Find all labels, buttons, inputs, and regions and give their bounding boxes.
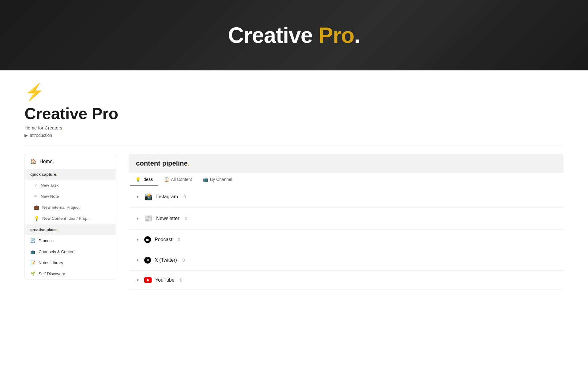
podcast-chevron-icon: ▼ xyxy=(136,238,139,242)
briefcase-icon: 💼 xyxy=(34,205,39,210)
tab-ideas[interactable]: 💡 Ideas xyxy=(130,173,158,186)
content-panel: content pipeline. 💡 Ideas 📋 All Content … xyxy=(129,154,564,290)
newsletter-count: 0 xyxy=(185,216,187,221)
quick-capture-label: quick capture xyxy=(30,172,56,177)
channels-icon: 📺 xyxy=(30,249,36,254)
newsletter-chevron-icon: ▼ xyxy=(136,217,139,220)
channel-row-x-twitter[interactable]: ▼ ✕ X (Twitter) 0 xyxy=(129,250,564,271)
page-body: ⚡ Creative Pro Home for Creators. ▶ Intr… xyxy=(0,70,588,308)
creative-place-header: creative place. xyxy=(25,224,116,235)
banner-title-part1: Creative xyxy=(228,23,318,47)
self-discovery-label: Self Discovery xyxy=(39,272,65,276)
process-icon: 🔄 xyxy=(30,238,36,243)
x-twitter-name: X (Twitter) xyxy=(155,257,177,263)
x-chevron-icon: ▼ xyxy=(136,258,139,262)
ideas-tab-label: Ideas xyxy=(142,177,153,182)
banner-title-part2: Pro xyxy=(318,23,354,47)
sidebar-item-notes-library[interactable]: 📝 Notes Library xyxy=(25,257,116,268)
new-task-label: New Task xyxy=(41,183,58,188)
all-content-tab-icon: 📋 xyxy=(164,177,169,182)
sidebar-item-new-internal-project[interactable]: 💼 New Internal Project xyxy=(25,202,116,213)
pencil-icon: ✏ xyxy=(34,194,38,199)
podcast-icon: ⏺ xyxy=(144,236,151,243)
tabs-bar: 💡 Ideas 📋 All Content 📺 By Channel xyxy=(129,173,564,186)
sidebar-item-process[interactable]: 🔄 Process xyxy=(25,235,116,246)
sidebar-home-item[interactable]: 🏠 Home. xyxy=(25,154,116,169)
sidebar-item-self-discovery[interactable]: 🌱 Self Discovery xyxy=(25,268,116,279)
by-channel-tab-icon: 📺 xyxy=(203,177,208,182)
divider xyxy=(24,145,564,145)
bulb-icon: 💡 xyxy=(34,216,39,221)
intro-toggle[interactable]: ▶ Introduction xyxy=(24,133,564,138)
content-pipeline-header: content pipeline. xyxy=(129,154,564,173)
home-icon: 🏠 xyxy=(30,159,36,164)
channel-row-instagram[interactable]: ▼ 📸 Instagram 0 xyxy=(129,186,564,208)
sidebar-item-new-content-idea[interactable]: 💡 New Content Idea / Proj... xyxy=(25,213,116,224)
channels-label: Channels & Content xyxy=(39,249,76,254)
x-twitter-count: 0 xyxy=(183,258,185,263)
instagram-name: Instagram xyxy=(156,194,178,200)
ideas-tab-icon: 💡 xyxy=(135,177,141,182)
new-note-label: New Note xyxy=(41,194,59,199)
channel-row-newsletter[interactable]: ▼ 📰 Newsletter 0 xyxy=(129,208,564,230)
by-channel-tab-label: By Channel xyxy=(210,177,232,182)
banner: Creative Pro. xyxy=(0,0,588,70)
sidebar-item-new-task[interactable]: ✓ New Task xyxy=(25,180,116,191)
check-icon: ✓ xyxy=(34,183,38,188)
youtube-chevron-icon: ▼ xyxy=(136,278,139,282)
youtube-count: 0 xyxy=(180,278,183,283)
youtube-name: YouTube xyxy=(155,277,175,283)
banner-title-dot: . xyxy=(354,23,360,47)
sidebar-item-channels[interactable]: 📺 Channels & Content xyxy=(25,246,116,257)
channel-row-youtube[interactable]: ▼ YouTube 0 xyxy=(129,271,564,290)
intro-arrow-icon: ▶ xyxy=(24,133,28,138)
banner-title: Creative Pro. xyxy=(228,23,360,48)
tab-by-channel[interactable]: 📺 By Channel xyxy=(198,173,238,186)
channel-row-podcast[interactable]: ▼ ⏺ Podcast 0 xyxy=(129,230,564,250)
new-internal-project-label: New Internal Project xyxy=(42,205,80,210)
subtitle-dot: . xyxy=(62,125,63,130)
sidebar-item-new-note[interactable]: ✏ New Note xyxy=(25,191,116,202)
all-content-tab-label: All Content xyxy=(171,177,192,182)
subtitle-text: Home for Creators xyxy=(24,125,62,130)
new-content-idea-label: New Content Idea / Proj... xyxy=(42,216,90,221)
x-twitter-icon: ✕ xyxy=(144,257,151,264)
sidebar-panel: 🏠 Home. quick capture. ✓ New Task ✏ New … xyxy=(24,154,116,279)
creative-place-label: creative place xyxy=(30,227,57,232)
main-layout: 🏠 Home. quick capture. ✓ New Task ✏ New … xyxy=(24,154,564,290)
newsletter-icon: 📰 xyxy=(144,215,153,223)
youtube-icon xyxy=(144,277,152,283)
sidebar-home-label: Home. xyxy=(40,159,54,164)
pipeline-label: content pipeline xyxy=(136,159,188,167)
newsletter-name: Newsletter xyxy=(156,216,179,221)
instagram-icon: 📸 xyxy=(144,193,153,201)
self-icon: 🌱 xyxy=(30,271,36,276)
process-label: Process xyxy=(39,238,54,243)
instagram-count: 0 xyxy=(183,194,186,199)
tab-all-content[interactable]: 📋 All Content xyxy=(158,173,197,186)
page-subtitle: Home for Creators. xyxy=(24,125,564,130)
page-title: Creative Pro xyxy=(24,104,564,123)
notes-library-label: Notes Library xyxy=(39,260,63,265)
podcast-name: Podcast xyxy=(155,237,172,242)
channel-list: ▼ 📸 Instagram 0 ▼ 📰 Newsletter 0 ▼ ⏺ Pod… xyxy=(129,186,564,290)
lightning-icon: ⚡ xyxy=(24,83,564,101)
quick-capture-header: quick capture. xyxy=(25,169,116,180)
instagram-chevron-icon: ▼ xyxy=(136,195,139,199)
notes-icon: 📝 xyxy=(30,260,36,265)
podcast-count: 0 xyxy=(178,237,180,242)
intro-label: Introduction xyxy=(30,133,52,138)
